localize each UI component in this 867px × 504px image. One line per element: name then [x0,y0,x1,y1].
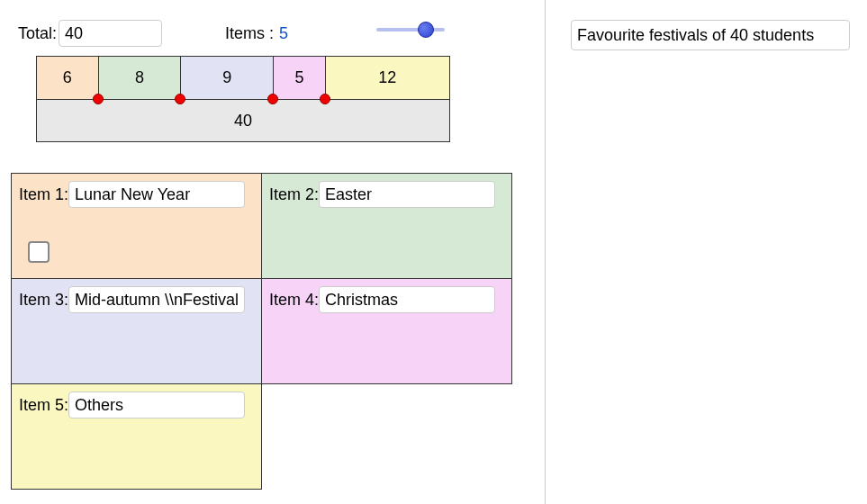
bar-segment-value: 12 [378,68,396,87]
bar-total-row: 40 [36,99,450,142]
slider-track [376,28,445,32]
chart-title-input[interactable] [571,20,850,50]
item-label: Item 1: [19,185,68,204]
items-slider[interactable] [376,25,445,34]
item-cell-1: Item 1: [11,173,262,279]
item-input-2[interactable] [319,181,495,208]
bar-total-label: 40 [234,112,252,130]
bar-handle-4[interactable] [320,94,330,104]
item-label: Item 5: [19,396,68,415]
bar-segment-5: 12 [326,57,449,99]
item-cell-4: Item 4: [261,278,512,384]
bar-segment-2: 8 [99,57,182,99]
item-label: Item 2: [269,185,319,204]
bar-segment-value: 9 [222,68,231,87]
item-checkbox-1[interactable] [28,241,50,263]
bar-segment-value: 6 [63,68,72,87]
bar-segment-1: 6 [37,57,99,99]
bar-segment-4: 5 [274,57,325,99]
pane-divider [545,0,546,504]
item-grid: Item 1:Item 2:Item 3:Item 4:Item 5: [11,173,515,489]
item-cell-2: Item 2: [261,173,512,279]
item-label: Item 3: [19,291,68,310]
total-label: Total: [18,24,57,43]
bar-segment-value: 5 [294,68,303,87]
item-cell-5: Item 5: [11,383,262,490]
item-label: Item 4: [269,291,319,310]
bar-segment-3: 9 [181,57,274,99]
bar-segment-value: 8 [135,68,144,87]
item-cell-3: Item 3: [11,278,262,384]
bar-handle-1[interactable] [93,94,104,104]
bar-model: 689512 40 [36,56,450,142]
item-input-5[interactable] [68,392,245,418]
total-input[interactable] [59,20,162,47]
item-input-4[interactable] [319,286,495,313]
item-input-3[interactable] [68,286,245,313]
items-label: Items : [225,24,274,43]
item-input-1[interactable] [68,181,245,208]
items-value: 5 [279,24,288,43]
